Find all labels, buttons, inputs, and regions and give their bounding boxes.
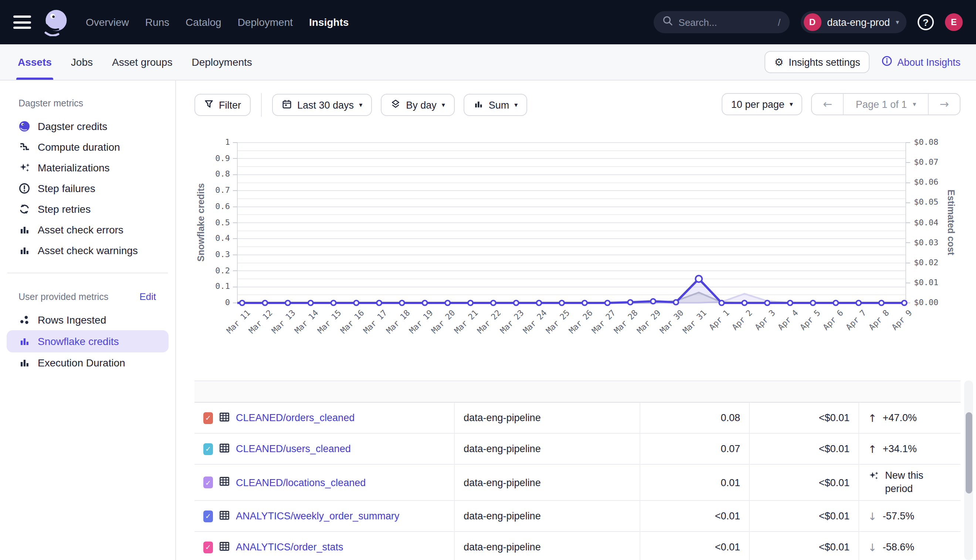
left-axis-tick: 0.1 [196,282,230,292]
nav-link-catalog[interactable]: Catalog [186,16,221,28]
top-nav: OverviewRunsCatalogDeploymentInsights Se… [0,0,976,44]
estimated-cost-cell: <$0.01 [750,403,859,433]
asset-link[interactable]: ANALYTICS/weekly_order_summary [236,510,399,522]
tabs: AssetsJobsAsset groupsDeployments [18,44,252,80]
row-checkbox[interactable]: ✓ [203,477,213,488]
nav-link-insights[interactable]: Insights [309,16,349,28]
change-value: +47.0% [882,411,916,425]
insights-settings-button[interactable]: ⚙ Insights settings [765,51,870,73]
assets-table: ✓CLEANED/orders_cleaneddata-eng-pipeline… [194,380,961,560]
code-location-cell: data-eng-pipeline [455,501,640,531]
sidebar-item-label: Asset check errors [38,224,124,236]
asset-link[interactable]: ANALYTICS/order_stats [236,542,343,553]
sidebar-item-materializations[interactable]: Materializations [7,157,169,178]
asset-link[interactable]: CLEANED/users_cleaned [236,443,351,454]
grid-table-icon [219,411,230,425]
sidebar-section-title: Dagster metrics [18,98,157,108]
chevron-down-icon: ▾ [896,18,899,26]
date-range-dropdown[interactable]: Last 30 days ▾ [272,94,372,116]
chart-data-point [491,300,496,305]
snowflake-credits-cell: 0.08 [640,403,750,433]
scrollbar-track[interactable] [964,380,973,560]
right-axis-tick: $0.01 [914,278,938,287]
chart-data-point [902,300,906,305]
sidebar-item-asset-check-errors[interactable]: Asset check errors [7,219,169,240]
sidebar-section-title-2: User provided metrics Edit [18,291,157,302]
sidebar-item-compute-duration[interactable]: Compute duration [7,137,169,157]
search-shortcut: / [778,17,780,28]
row-checkbox[interactable]: ✓ [203,443,213,455]
calendar-icon [282,98,292,111]
chart-data-point [582,300,587,305]
prev-page-button[interactable]: ← [812,94,843,115]
sidebar-item-step-retries[interactable]: Step retries [7,199,169,219]
x-axis-tick: Mar 11 [209,308,252,351]
left-axis-tick: 1 [196,137,230,147]
change-value: New this period [885,469,938,496]
chart-data-point [742,300,747,305]
left-axis-tick: 0.7 [196,185,230,195]
chart-data-point [651,299,655,303]
sidebar-item-label: Materializations [38,162,110,173]
chevron-down-icon: ▾ [913,100,916,108]
sidebar-item-label: Asset check warnings [38,245,138,257]
filter-button[interactable]: Filter [194,94,251,116]
nav-link-deployment[interactable]: Deployment [238,16,293,28]
page-indicator-dropdown[interactable]: Page 1 of 1 ▾ [843,94,929,115]
sidebar-item-step-failures[interactable]: Step failures [7,178,169,199]
menu-icon[interactable] [13,15,31,29]
search-icon [662,15,672,29]
help-icon[interactable]: ? [918,14,934,30]
chart-data-point [856,300,861,305]
left-axis-tick: 0.3 [196,250,230,259]
sidebar-item-execution-duration[interactable]: Execution Duration [7,352,169,373]
nav-link-overview[interactable]: Overview [86,16,129,28]
search-input[interactable]: Search... / [653,11,789,33]
sidebar-item-rows-ingested[interactable]: Rows Ingested [7,310,169,330]
next-page-button[interactable]: → [929,94,960,115]
x-axis-tick: Mar 21 [437,308,480,351]
group-by-dropdown[interactable]: By day ▾ [381,94,455,116]
x-axis-tick: Mar 16 [323,308,366,351]
chart-series-line [237,294,906,303]
deployment-switcher[interactable]: D data-eng-prod ▾ [801,11,906,33]
tab-assets[interactable]: Assets [18,44,52,80]
scrollbar-thumb[interactable] [965,412,972,493]
tab-jobs[interactable]: Jobs [71,44,93,80]
search-placeholder: Search... [679,17,772,28]
change-cell: ↓-57.5% [859,501,961,531]
sidebar-item-dagster-credits[interactable]: Dagster credits [7,116,169,137]
bar-chart-icon [473,98,483,111]
left-axis-tick: 0.9 [196,153,230,163]
chart-data-point [628,300,633,305]
sidebar-item-snowflake-credits[interactable]: Snowflake credits [7,330,169,352]
sidebar-item-asset-check-warnings[interactable]: Asset check warnings [7,240,169,261]
edit-metrics-link[interactable]: Edit [139,291,156,302]
nav-link-runs[interactable]: Runs [145,16,169,28]
user-avatar[interactable]: E [945,13,963,31]
row-checkbox[interactable]: ✓ [203,510,213,522]
row-checkbox[interactable]: ✓ [203,541,213,553]
x-axis-tick: Mar 26 [551,308,594,351]
asset-link[interactable]: CLEANED/orders_cleaned [236,412,354,423]
tab-deployments[interactable]: Deployments [192,44,252,80]
x-axis-tick: Mar 29 [620,308,663,351]
chart-data-point [765,300,770,305]
tab-asset-groups[interactable]: Asset groups [112,44,172,80]
x-axis-tick: Mar 13 [254,308,297,351]
bar-chart-icon [18,245,30,257]
table-header [194,380,961,403]
asset-link[interactable]: CLEANED/locations_cleaned [236,477,366,488]
chart-toolbar: Filter Last 30 days ▾ By day ▾ [194,93,527,117]
estimated-cost-cell: <$0.01 [750,465,859,500]
chart-series-line [237,293,906,303]
main-content: Filter Last 30 days ▾ By day ▾ [176,80,976,560]
change-value: -57.5% [882,509,914,523]
chart-series-line [237,279,906,303]
about-insights-link[interactable]: About Insights [882,55,961,69]
right-axis-tick: $0.07 [914,157,938,167]
chart-data-point [308,300,313,305]
aggregation-dropdown[interactable]: Sum ▾ [464,94,528,116]
row-checkbox[interactable]: ✓ [203,412,213,424]
per-page-dropdown[interactable]: 10 per page ▾ [722,93,802,115]
